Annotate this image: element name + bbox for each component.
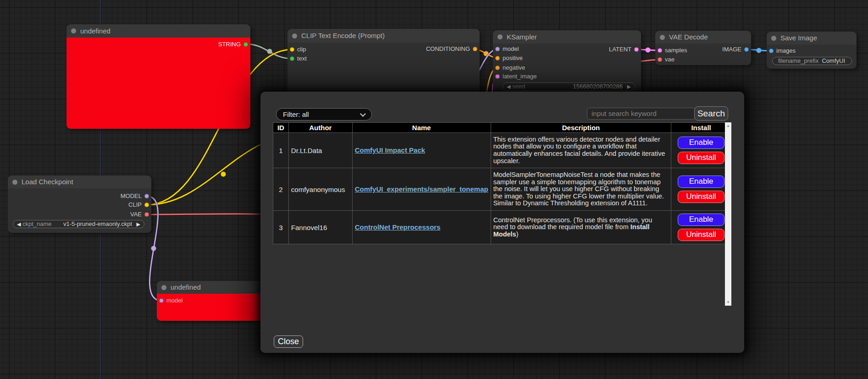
extension-link[interactable]: ControlNet Preprocessors (355, 223, 441, 231)
input-port-samples[interactable] (658, 48, 662, 53)
node-title: undefined (171, 283, 201, 291)
node-collapse-dot-icon[interactable] (161, 285, 166, 290)
input-port-model[interactable] (495, 47, 500, 51)
node-title: CLIP Text Encode (Prompt) (301, 32, 385, 39)
input-label-model: model (503, 45, 519, 52)
extension-description: ModelSamplerTonemapNoiseTest a node that… (491, 168, 671, 211)
extension-manager-dialog: Filter: all input search keyword Search … (260, 92, 744, 353)
node-collapse-dot-icon[interactable] (498, 34, 503, 39)
node-collapse-dot-icon[interactable] (71, 28, 76, 33)
input-label-negative: negative (503, 64, 525, 71)
extension-link[interactable]: ComfyUI Impact Pack (355, 146, 425, 154)
node-save-image[interactable]: Save Imageimagesfilename_prefixComfyUI (767, 32, 857, 69)
output-port-STRING[interactable] (243, 42, 248, 47)
node-title: Load Checkpoint (22, 178, 73, 186)
node-body (66, 38, 250, 129)
search-input[interactable]: input search keyword (587, 108, 695, 120)
output-port-MODEL[interactable] (144, 194, 149, 198)
column-header-id: ID (273, 123, 289, 133)
output-port-VAE[interactable] (144, 212, 149, 217)
column-header-name: Name (352, 123, 491, 133)
enable-button[interactable]: Enable (678, 137, 724, 149)
widget-left-arrow-icon[interactable]: ◀ (507, 83, 510, 90)
input-port-clip[interactable] (290, 47, 294, 52)
node-title-bar[interactable]: VAE Decode (655, 31, 751, 44)
input-port-latent_image[interactable] (495, 74, 500, 79)
node-vae-decode[interactable]: VAE DecodesamplesvaeIMAGE (655, 31, 751, 65)
input-port-positive[interactable] (495, 56, 500, 60)
node-undefined-top[interactable]: undefinedSTRING (66, 24, 250, 129)
node-collapse-dot-icon[interactable] (292, 33, 297, 38)
output-port-CONDITIONING[interactable] (473, 47, 477, 51)
node-title-bar[interactable]: Load Checkpoint (8, 176, 151, 188)
widget-value: ComfyUI (822, 57, 845, 65)
extension-link[interactable]: ComfyUI_experiments/sampler_tonemap (355, 185, 488, 193)
widget-value: v1-5-pruned-emaonly.ckpt (63, 220, 132, 228)
node-title: undefined (80, 27, 111, 35)
output-port-IMAGE[interactable] (744, 47, 749, 52)
node-collapse-dot-icon[interactable] (660, 35, 665, 40)
node-load-checkpoint[interactable]: Load CheckpointMODELCLIPVAE◀▶ckpt_namev1… (8, 176, 151, 233)
input-port-images[interactable] (769, 49, 774, 53)
search-button[interactable]: Search (694, 106, 728, 121)
extension-author: Dr.Lt.Data (288, 133, 352, 168)
extension-id: 3 (273, 211, 289, 244)
wire-dot-clip-to-hidden (221, 172, 226, 177)
desc-text: ModelSamplerTonemapNoiseTest a node that… (493, 171, 664, 207)
node-title-bar[interactable]: Save Image (767, 32, 857, 44)
column-header-description: Description (491, 123, 671, 133)
extension-author: comfyanonymous (288, 168, 352, 211)
widget-filename_prefix[interactable]: filename_prefixComfyUI (772, 57, 852, 65)
node-collapse-dot-icon[interactable] (12, 180, 17, 185)
input-label-clip: clip (297, 46, 306, 53)
enable-button[interactable]: Enable (678, 214, 724, 226)
widget-label: filename_prefix (778, 57, 818, 65)
extension-id: 2 (273, 168, 289, 211)
extensions-table: IDAuthorNameDescriptionInstall 1Dr.Lt.Da… (273, 122, 731, 244)
comfyui-canvas: undefinedSTRINGCLIP Text Encode (Prompt)… (0, 0, 868, 379)
input-port-negative[interactable] (495, 66, 500, 70)
desc-text: ControlNet Preprocessors. (To use this e… (493, 216, 652, 231)
uninstall-button[interactable]: Uninstall (678, 229, 724, 241)
output-port-LATENT[interactable] (634, 47, 639, 52)
input-label-latent_image: latent_image (503, 73, 536, 80)
input-port-vae[interactable] (658, 57, 662, 62)
extension-row: 3Fannovel16ControlNet PreprocessorsContr… (273, 211, 731, 244)
column-header-author: Author (288, 123, 352, 133)
widget-value: 156680208700286 (573, 83, 623, 90)
input-port-text[interactable] (290, 56, 294, 61)
output-label-VAE: VAE (130, 211, 142, 218)
node-title-bar[interactable]: undefined (66, 24, 250, 38)
enable-button[interactable]: Enable (678, 176, 724, 188)
output-port-CLIP[interactable] (144, 203, 149, 207)
wire-dot-model-to-model (151, 246, 156, 251)
output-label-CLIP: CLIP (128, 201, 142, 208)
input-label-images: images (776, 47, 796, 54)
widget-label: ckpt_name (22, 220, 52, 228)
wire-dot-latent-to-samples (646, 48, 651, 53)
widget-ckpt_name[interactable]: ◀▶ckpt_namev1-5-pruned-emaonly.ckpt (13, 220, 144, 228)
table-scrollbar[interactable]: ▲ ▼ (725, 122, 731, 306)
node-collapse-dot-icon[interactable] (771, 36, 776, 41)
widget-right-arrow-icon[interactable]: ▶ (627, 83, 631, 90)
desc-text: ) (516, 231, 519, 238)
node-title-bar[interactable]: CLIP Text Encode (Prompt) (287, 29, 480, 43)
widget-seed[interactable]: ◀▶seed156680208700286 (503, 82, 635, 91)
filter-dropdown[interactable]: Filter: all (276, 108, 372, 121)
uninstall-button[interactable]: Uninstall (678, 191, 724, 203)
scrollbar-down-icon[interactable]: ▼ (725, 300, 731, 304)
input-label-positive: positive (503, 55, 523, 61)
node-title-bar[interactable]: KSampler (493, 30, 641, 44)
uninstall-button[interactable]: Uninstall (678, 152, 724, 164)
input-label-vae: vae (665, 56, 674, 63)
close-button[interactable]: Close (274, 335, 303, 348)
scrollbar-up-icon[interactable]: ▲ (725, 124, 731, 128)
extension-id: 1 (273, 133, 289, 168)
extension-row: 2comfyanonymousComfyUI_experiments/sampl… (273, 168, 731, 211)
widget-left-arrow-icon[interactable]: ◀ (17, 220, 21, 228)
input-label-model: model (166, 297, 182, 304)
desc-text: This extension offers various detector n… (493, 136, 665, 165)
extension-row: 1Dr.Lt.DataComfyUI Impact PackThis exten… (273, 133, 731, 168)
input-port-model[interactable] (159, 298, 164, 303)
widget-right-arrow-icon[interactable]: ▶ (137, 220, 140, 228)
